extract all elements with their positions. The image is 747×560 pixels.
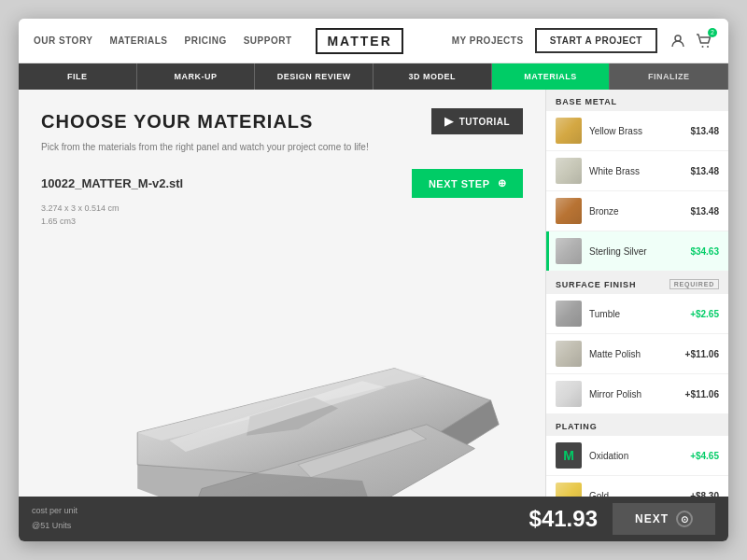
material-item-white-brass[interactable]: White Brass$13.48 [546,151,728,191]
material-name: White Brass [589,166,690,176]
bottom-bar: cost per unit @51 Units $41.93 NEXT ⊙ [19,497,728,541]
cost-units: @51 Units [32,521,71,530]
left-panel: CHOOSE YOUR MATERIALS ▶ TUTORIAL Pick fr… [19,90,545,497]
cost-label: cost per unit [32,506,529,515]
app-window: OUR STORYMATERIALSPRICINGSUPPORT MATTER … [19,19,728,541]
next-button[interactable]: NEXT ⊙ [613,503,715,535]
material-item-oxidation[interactable]: MOxidation+$4.65 [546,436,728,476]
material-price: $13.48 [690,206,719,217]
right-panel: BASE METALYellow Brass$13.48White Brass$… [545,90,728,497]
material-swatch [556,341,582,367]
material-name: Matte Polish [589,349,685,359]
material-price: +$4.65 [690,451,719,461]
material-name: Yellow Brass [589,126,690,136]
material-price: +$8.30 [690,491,719,497]
logo: MATTER [316,28,402,54]
progress-step-finalize: FINALIZE [610,63,728,90]
section-header-plating: PLATING [546,414,728,436]
material-swatch [556,238,582,264]
material-swatch [556,198,582,224]
material-item-tumble[interactable]: Tumble+$2.65 [546,294,728,334]
svg-point-0 [675,35,681,41]
material-swatch [556,301,582,327]
material-swatch: M [556,442,582,469]
materials-list: BASE METALYellow Brass$13.48White Brass$… [546,90,728,497]
material-name: Bronze [589,206,690,217]
cart-badge: 2 [708,28,717,37]
progress-step-file: FILE [19,63,137,90]
material-price: +$11.06 [685,389,719,399]
panel-header: CHOOSE YOUR MATERIALS ▶ TUTORIAL [41,108,523,134]
progress-step-3d-model: 3D MODEL [374,63,492,90]
nav-link-our-story[interactable]: OUR STORY [34,35,92,46]
material-item-sterling-silver[interactable]: Sterling Silver$34.63 [546,231,728,272]
material-name: Oxidation [589,451,690,461]
header-icons: 2 [669,32,713,50]
filename: 10022_MATTER_M-v2.stl [41,176,183,190]
next-btn-icon: ⊙ [676,511,693,527]
file-info: 10022_MATTER_M-v2.stl NEXT STEP ⊕ [41,169,523,198]
material-name: Tumble [589,309,690,319]
material-item-bronze[interactable]: Bronze$13.48 [546,191,728,231]
tutorial-icon: ▶ [444,115,454,128]
nav-link-support[interactable]: SUPPORT [244,35,292,46]
main-content: CHOOSE YOUR MATERIALS ▶ TUTORIAL Pick fr… [19,90,728,497]
next-step-button[interactable]: NEXT STEP ⊕ [412,169,523,198]
page-title: CHOOSE YOUR MATERIALS [41,111,313,133]
model-viewport [41,240,523,497]
material-price: +$2.65 [690,309,719,319]
material-swatch [556,158,582,184]
dimensions: 3.274 x 3 x 0.514 cm 1.65 cm3 [41,202,523,229]
cart-icon[interactable]: 2 [695,32,713,50]
material-price: +$11.06 [685,349,719,359]
header: OUR STORYMATERIALSPRICINGSUPPORT MATTER … [19,19,728,63]
progress-step-materials: MATERIALS [492,63,611,90]
material-item-matte-polish[interactable]: Matte Polish+$11.06 [546,334,728,374]
model-3d [41,240,523,497]
tutorial-button[interactable]: ▶ TUTORIAL [431,108,523,134]
required-badge: REQUIRED [669,279,719,289]
nav-links: OUR STORYMATERIALSPRICINGSUPPORT [34,35,292,46]
material-name: Sterling Silver [589,246,690,257]
progress-step-mark-up: MARK-UP [137,63,256,90]
material-swatch [556,483,582,497]
subtitle: Pick from the materials from the right p… [41,142,523,152]
total-price: $41.93 [529,506,598,532]
header-right: MY PROJECTS START A PROJECT 2 [452,28,713,53]
user-icon[interactable] [669,32,687,50]
svg-point-1 [701,46,703,48]
progress-step-design-review: DESIGN REVIEW [255,63,374,90]
cost-info: cost per unit @51 Units [32,506,529,532]
my-projects-link[interactable]: MY PROJECTS [452,35,524,46]
material-item-gold[interactable]: Gold+$8.30 [546,476,728,497]
material-name: Gold [589,491,690,497]
section-header-surface-finish: SURFACE FINISHREQUIRED [546,272,728,294]
material-swatch [556,381,582,407]
material-name: Mirror Polish [589,389,685,399]
section-header-base-metal: BASE METAL [546,90,728,111]
nav-link-materials[interactable]: MATERIALS [109,35,167,46]
material-swatch [556,118,582,144]
start-project-button[interactable]: START A PROJECT [535,28,657,53]
selected-indicator [546,231,549,271]
material-item-yellow-brass[interactable]: Yellow Brass$13.48 [546,111,728,151]
progress-bar: FILEMARK-UPDESIGN REVIEW3D MODELMATERIAL… [19,63,728,90]
material-price: $13.48 [690,126,719,136]
material-price: $34.63 [690,246,719,257]
material-price: $13.48 [690,166,719,176]
svg-point-2 [707,46,709,48]
material-item-mirror-polish[interactable]: Mirror Polish+$11.06 [546,374,728,414]
nav-link-pricing[interactable]: PRICING [185,35,227,46]
